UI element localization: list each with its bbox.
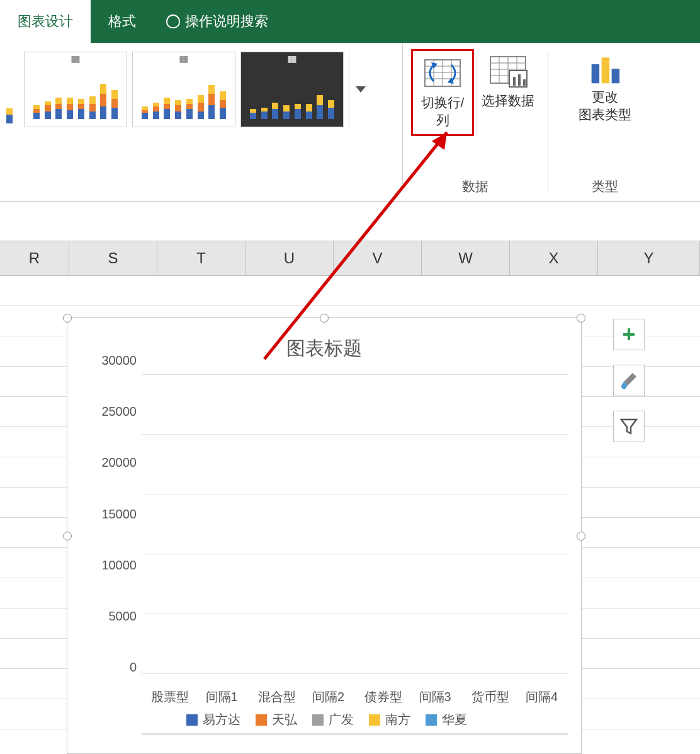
switch-label: 切换行/列 [415,94,470,129]
y-tick-label: 15000 [101,506,137,521]
x-tick-label: 股票型 [151,688,185,705]
y-tick-label: 5000 [109,608,137,623]
tell-me-search[interactable]: 操作说明搜索 [166,12,268,31]
group-label-type: 类型 [592,178,618,198]
select-data-button[interactable]: 选择数据 [477,49,539,115]
plot-area: 050001000015000200002500030000 股票型间隔1混合型… [85,368,568,728]
resize-handle[interactable] [577,532,585,540]
chart-styles-gallery[interactable]: ██ ██ [0,43,403,184]
chart-legend: 易方达天弘广发南方华夏 [85,711,568,728]
change-type-label: 更改 图表类型 [579,88,631,123]
svg-rect-20 [592,64,599,83]
ribbon-body: ██ ██ [0,43,700,202]
resize-handle[interactable] [320,314,329,323]
resize-handle[interactable] [577,314,585,323]
svg-rect-17 [513,77,516,86]
y-tick-label: 20000 [101,455,137,470]
style-thumb-1[interactable]: ██ [24,52,127,127]
gallery-more-button[interactable] [349,52,371,127]
svg-rect-21 [602,57,609,83]
col-header-R[interactable]: R [0,241,69,275]
col-header-Y[interactable]: Y [598,241,700,275]
col-header-V[interactable]: V [334,241,422,275]
select-data-label: 选择数据 [482,92,534,110]
tab-chart-design[interactable]: 图表设计 [0,0,91,43]
funnel-icon [619,417,638,436]
resize-handle[interactable] [63,532,72,540]
svg-rect-19 [523,79,526,86]
legend-item: 南方 [369,711,410,728]
y-tick-label: 25000 [101,404,137,419]
y-axis: 050001000015000200002500030000 [85,375,139,682]
brush-icon [619,370,639,391]
plus-icon: + [622,323,635,346]
legend-item: 天弘 [256,711,297,728]
x-tick-label: 债券型 [364,688,398,705]
lightbulb-icon [166,14,180,28]
change-chart-type-button[interactable]: 更改 图表类型 [560,49,650,129]
col-header-W[interactable]: W [422,241,510,275]
legend-item: 易方达 [186,711,240,728]
chart-filter-button[interactable] [613,411,645,442]
col-header-X[interactable]: X [510,241,598,275]
plot [142,375,568,734]
chart-styles-button[interactable] [613,365,645,396]
bars-container [142,375,568,734]
legend-item: 华夏 [426,711,467,728]
tab-format[interactable]: 格式 [91,0,154,43]
switch-row-col-icon [422,56,463,90]
col-header-T[interactable]: T [157,241,246,275]
chart-type-icon [587,54,623,84]
chart-elements-button[interactable]: + [613,319,645,350]
x-axis-labels: 股票型间隔1混合型间隔2债券型间隔3货币型间隔4 [142,688,568,705]
resize-handle[interactable] [63,314,72,323]
ribbon-group-data: 切换行/列 选择数据 数据 [403,43,548,202]
col-header-U[interactable]: U [246,241,334,275]
x-tick-label: 间隔3 [418,688,452,705]
x-tick-label: 货币型 [471,688,505,705]
switch-row-column-button[interactable]: 切换行/列 [411,49,474,136]
ribbon-tabs: 图表设计 格式 操作说明搜索 [0,0,700,43]
style-thumb-2[interactable]: ██ [132,52,235,127]
tell-me-label: 操作说明搜索 [185,12,268,31]
svg-rect-18 [518,74,521,86]
x-tick-label: 间隔2 [312,688,346,705]
style-thumb-3[interactable]: ██ [240,52,344,127]
legend-item: 广发 [312,711,354,728]
x-tick-label: 间隔1 [205,688,239,705]
col-header-S[interactable]: S [69,241,157,275]
y-tick-label: 10000 [101,557,137,572]
chart-object[interactable]: 图表标题 050001000015000200002500030000 股票型间… [67,317,582,754]
x-tick-label: 间隔4 [525,688,559,705]
column-headers: RSTUVWXY [0,241,700,276]
svg-rect-22 [612,69,619,83]
style-thumb-0[interactable] [0,55,19,131]
chart-title[interactable]: 图表标题 [67,318,581,362]
select-data-icon [488,54,528,88]
chevron-down-icon [356,86,366,93]
x-tick-label: 混合型 [258,688,292,705]
y-tick-label: 0 [130,660,137,675]
group-label-data: 数据 [462,178,488,198]
ribbon-group-type: 更改 图表类型 类型 [548,43,662,202]
y-tick-label: 30000 [101,353,137,368]
